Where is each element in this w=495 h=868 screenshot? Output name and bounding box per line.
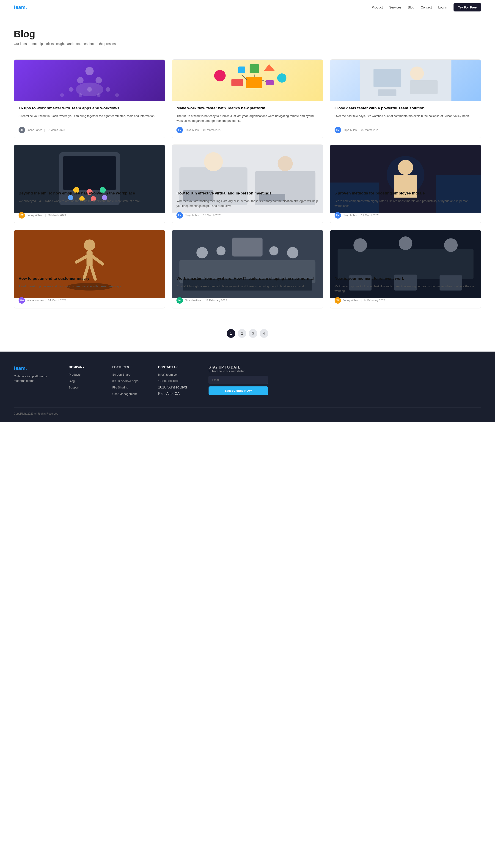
card-meta-9: JW Jenny Wilson | 14 Fabruary 2023 <box>335 297 476 304</box>
card-date-6: 11 March 2023 <box>361 214 379 217</box>
card-date-4: 09 March 2023 <box>48 214 66 217</box>
card-excerpt-1: Streamline your work in Slack, where you… <box>19 114 160 123</box>
card-content-6: 5 proven methods for boosting employee m… <box>330 186 481 223</box>
footer-email[interactable]: Info@team.com <box>158 373 179 376</box>
footer-user-mgmt-link[interactable]: User Management <box>112 392 137 396</box>
nav-cta-button[interactable]: Try For Free <box>454 3 481 12</box>
blog-card-5[interactable]: How to run effective virtual and in-pers… <box>172 145 323 223</box>
card-image-6 <box>330 145 481 186</box>
card-image-8 <box>172 230 323 271</box>
svg-point-9 <box>115 93 119 97</box>
author-name-6: Floyd Miles <box>343 214 357 217</box>
card-meta-4: JW Jenny Wilson | 09 March 2023 <box>19 212 160 219</box>
footer-phone: 1-800-900-1000 <box>158 379 180 383</box>
nav-blog[interactable]: Blog <box>408 5 414 9</box>
card-excerpt-4: We surveyed 9,400 hybrid workers around … <box>19 199 160 208</box>
footer-support-link[interactable]: Support <box>69 386 79 389</box>
svg-point-2 <box>96 77 102 83</box>
card-image-9 <box>330 230 481 271</box>
card-title-3: Close deals faster with a powerful Team … <box>335 105 476 111</box>
blog-card-6[interactable]: 5 proven methods for boosting employee m… <box>330 145 481 223</box>
author-name-7: Wade Warren <box>27 299 44 302</box>
svg-rect-64 <box>233 238 262 256</box>
svg-point-50 <box>84 239 95 251</box>
svg-point-68 <box>353 238 367 252</box>
footer-newsletter-heading: STAY UP TO DATE <box>208 365 268 369</box>
author-avatar-9: JW <box>335 297 341 304</box>
svg-point-60 <box>217 246 226 255</box>
card-title-9: Now is your moment to reinvent work <box>335 276 476 281</box>
nav-links: Product Services Blog Contact Log In Try… <box>372 3 481 12</box>
blog-card-2[interactable]: Make work flow faster with Team's new pl… <box>172 60 323 138</box>
svg-rect-11 <box>250 64 259 73</box>
blog-card-8[interactable]: Work smarter, from anywhere: How IT lead… <box>172 230 323 308</box>
footer-products-link[interactable]: Products <box>69 373 81 376</box>
author-name-1: Jacob Jones <box>27 129 42 132</box>
card-image-3 <box>330 60 481 101</box>
blog-card-7[interactable]: How to put an end to customer misery Avo… <box>14 230 165 308</box>
page-4-button[interactable]: 4 <box>260 329 268 338</box>
svg-point-69 <box>399 236 412 250</box>
blog-card-4[interactable]: Beyond the smile: how emoji use has evol… <box>14 145 165 223</box>
pagination: 1 2 3 4 <box>0 322 495 352</box>
footer-features-heading: FEATURES <box>112 365 149 369</box>
svg-point-3 <box>69 87 73 92</box>
author-name-2: Floyd Miles <box>185 129 199 132</box>
card-date-1: 07 March 2023 <box>47 129 65 132</box>
footer-ios-android-link[interactable]: iOS & Android Apps <box>112 379 138 383</box>
blog-card-9[interactable]: Now is your moment to reinvent work It's… <box>330 230 481 308</box>
svg-point-5 <box>106 87 110 92</box>
author-avatar-6: FM <box>335 212 341 219</box>
footer-screen-share-link[interactable]: Screen Share <box>112 373 131 376</box>
footer-company-heading: COMPANY <box>69 365 103 369</box>
page-1-button[interactable]: 1 <box>227 329 235 338</box>
card-date-9: 14 Fabruary 2023 <box>363 299 385 302</box>
nav-contact[interactable]: Contact <box>421 5 432 9</box>
card-excerpt-8: Covid-19 brought a sea change to how we … <box>176 284 318 294</box>
author-avatar-1: JJ <box>19 127 25 133</box>
card-title-7: How to put an end to customer misery <box>19 276 160 281</box>
card-image-7 <box>14 230 165 271</box>
card-image-2 <box>172 60 323 101</box>
author-avatar-8: GH <box>176 297 183 304</box>
card-content-1: 16 tips to work smarter with Team apps a… <box>14 101 165 138</box>
svg-rect-28 <box>63 156 116 190</box>
card-title-6: 5 proven methods for boosting employee m… <box>335 190 476 196</box>
footer-address2: Palo Alto, CA <box>158 392 180 396</box>
blog-card-1[interactable]: 16 tips to work smarter with Team apps a… <box>14 60 165 138</box>
svg-point-38 <box>204 152 223 171</box>
logo: team. <box>14 4 27 10</box>
page-3-button[interactable]: 3 <box>249 329 257 338</box>
svg-point-17 <box>277 73 287 83</box>
footer-tagline: Collaboration platform for moderns teams <box>14 374 59 383</box>
author-name-4: Jenny Wilson <box>27 214 43 217</box>
footer-file-sharing-link[interactable]: File Sharing <box>112 386 128 389</box>
blog-hero: Blog Our latest remote tips, tricks, ins… <box>0 15 495 52</box>
blog-card-3[interactable]: Close deals faster with a powerful Team … <box>330 60 481 138</box>
footer-blog-link[interactable]: Blog <box>69 379 75 383</box>
footer-email-input[interactable] <box>208 375 268 384</box>
card-content-3: Close deals faster with a powerful Team … <box>330 101 481 138</box>
author-name-9: Jenny Wilson <box>343 299 359 302</box>
nav-product[interactable]: Product <box>372 5 383 9</box>
author-avatar-3: FM <box>335 127 341 133</box>
footer-contact-heading: CONTACT US <box>158 365 199 369</box>
nav-services[interactable]: Services <box>389 5 402 9</box>
svg-point-1 <box>77 77 84 83</box>
card-excerpt-2: The future of work is not easy to predic… <box>176 114 318 123</box>
svg-point-45 <box>398 160 413 175</box>
subscribe-button[interactable]: SUBSCRIBE NOW <box>208 386 268 395</box>
footer-newsletter-col: STAY UP TO DATE Subscribe to our newslet… <box>208 365 268 398</box>
card-excerpt-3: Over the past few days, I've watched a l… <box>335 114 476 123</box>
card-meta-6: FM Floyd Miles | 11 March 2023 <box>335 212 476 219</box>
svg-rect-24 <box>410 80 438 94</box>
footer-bottom: CopyRight 2023 All Rights Reserved <box>14 407 481 415</box>
svg-point-7 <box>79 93 82 97</box>
page-2-button[interactable]: 2 <box>238 329 246 338</box>
author-name-8: Guy Hawkins <box>185 299 201 302</box>
svg-rect-25 <box>378 89 396 96</box>
author-avatar-4: JW <box>19 212 25 219</box>
blog-title: Blog <box>14 29 481 40</box>
nav-login[interactable]: Log In <box>438 5 447 9</box>
svg-rect-10 <box>238 67 245 73</box>
